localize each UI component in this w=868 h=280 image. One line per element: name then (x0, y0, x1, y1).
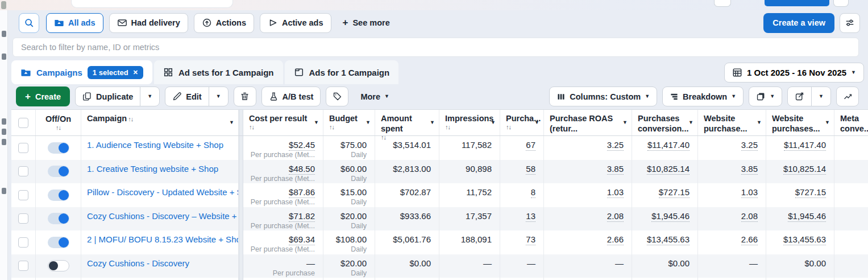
filter-pill-actions[interactable]: Actions (194, 13, 254, 33)
column-header-spent[interactable]: Amount spent↑↓▼ (375, 110, 439, 135)
column-header-webroas[interactable]: Website purchase...▼ (698, 110, 766, 135)
webval-value[interactable]: $10,825.14 (783, 164, 826, 175)
filter-pill-active-ads[interactable]: Active ads (260, 13, 331, 33)
column-header-purchases[interactable]: Purcha...↑↓▼ (500, 110, 544, 135)
tab-campaigns[interactable]: Campaigns 1 selected ✕ (11, 60, 152, 84)
duplicate-button[interactable]: Duplicate (76, 87, 140, 106)
reports-button[interactable]: ▼ (749, 87, 782, 106)
row-checkbox[interactable] (18, 213, 28, 224)
create-button[interactable]: + Create (16, 87, 70, 106)
campaign-toggle[interactable] (48, 213, 69, 224)
campaign-link[interactable]: 1. Creative Testing website + Shop (87, 164, 218, 174)
sort-icon[interactable]: ↑↓ (56, 124, 61, 132)
filter-caret-icon[interactable]: ▼ (430, 120, 435, 126)
tab-ads[interactable]: Ads for 1 Campaign (285, 60, 399, 84)
campaign-link[interactable]: Pillow - Discovery - Updated Website + S… (87, 187, 239, 197)
delete-button[interactable] (234, 87, 256, 106)
column-header-cost[interactable]: Cost per result↑↓▼ (243, 110, 323, 135)
column-header-campaign[interactable]: Campaign ↑↓▼ (81, 110, 239, 135)
filter-caret-icon[interactable]: ▼ (825, 120, 830, 126)
close-icon[interactable]: ✕ (133, 69, 138, 76)
more-button[interactable]: More ▼ (354, 87, 396, 106)
purchases-value[interactable]: 73 (526, 234, 535, 245)
search-filter-button[interactable] (19, 13, 39, 33)
webroas-value[interactable]: 2.66 (741, 234, 758, 245)
export-button[interactable] (788, 87, 811, 106)
date-range-button[interactable]: 1 Oct 2025 - 16 Nov 2025 ▼ (724, 63, 864, 83)
column-header-budget[interactable]: Budget↑↓▼ (323, 110, 375, 135)
purchases-value[interactable]: 13 (526, 211, 535, 222)
purchases-value[interactable]: 58 (526, 164, 535, 175)
campaign-toggle[interactable] (48, 260, 69, 271)
purchases-value[interactable]: 67 (526, 140, 535, 151)
filter-caret-icon[interactable]: ▼ (366, 120, 371, 126)
row-checkbox[interactable] (18, 261, 28, 271)
conv-value[interactable]: $13,455.63 (647, 234, 690, 245)
webval-value[interactable]: $13,455.63 (783, 234, 826, 245)
filter-caret-icon[interactable]: ▼ (229, 120, 234, 126)
ab-test-button[interactable]: A/B test (261, 87, 321, 106)
conv-value[interactable]: $1,945.46 (651, 211, 690, 222)
filter-pill-all-ads[interactable]: All ads (46, 13, 103, 33)
select-all-checkbox[interactable] (18, 118, 28, 128)
webval-value[interactable]: $1,945.46 (788, 211, 826, 222)
sort-icon[interactable]: ↑↓ (329, 123, 369, 131)
sort-icon[interactable]: ↑↓ (445, 123, 494, 131)
filter-caret-icon[interactable]: ▼ (622, 120, 628, 126)
webroas-value[interactable]: 1.03 (741, 187, 758, 198)
row-checkbox[interactable] (18, 143, 28, 153)
column-header-impressions[interactable]: Impressions↑↓▼ (439, 110, 500, 135)
campaign-link[interactable]: 2 | MOFU/ BOFU 8.15.23 Website + Shop (87, 234, 239, 244)
filter-caret-icon[interactable]: ▼ (688, 120, 693, 126)
column-header-conv[interactable]: Purchases conversion...▼ (632, 110, 698, 135)
webval-value[interactable]: $727.15 (795, 187, 826, 198)
column-header-meta[interactable]: Meta conve... (834, 110, 868, 135)
duplicate-menu-button[interactable]: ▼ (140, 87, 159, 106)
purchases-value[interactable]: 8 (531, 187, 535, 198)
campaign-link[interactable]: Cozy Cushions - Discovery (87, 258, 189, 268)
tag-button[interactable] (326, 87, 348, 106)
cost-value[interactable]: $71.82 (289, 211, 315, 222)
filter-caret-icon[interactable]: ▼ (534, 120, 539, 126)
charts-button[interactable] (836, 87, 859, 106)
search-input[interactable] (13, 38, 859, 57)
campaign-toggle[interactable] (48, 166, 69, 177)
filter-caret-icon[interactable]: ▼ (491, 120, 496, 126)
campaign-toggle[interactable] (48, 237, 69, 248)
roas-value[interactable]: 3.85 (607, 164, 624, 175)
column-header-roas[interactable]: Purchase ROAS (retur...▼ (544, 110, 632, 135)
breakdown-button[interactable]: Breakdown ▼ (662, 87, 744, 106)
tab-adsets[interactable]: Ad sets for 1 Campaign (154, 60, 283, 84)
webroas-value[interactable]: 3.85 (741, 164, 758, 175)
webval-value[interactable]: $11,417.40 (784, 140, 826, 151)
campaign-link[interactable]: Cozy Cushions - Discovery – Website + Sh… (87, 211, 239, 221)
filter-caret-icon[interactable]: ▼ (757, 120, 762, 126)
filter-caret-icon[interactable]: ▼ (314, 120, 319, 126)
column-header-offon[interactable]: Off/On↑↓ (36, 110, 81, 135)
sort-icon[interactable]: ↑↓ (506, 123, 538, 131)
campaign-link[interactable]: 1. Audience Testing Website + Shop (87, 140, 223, 150)
see-more-button[interactable]: + See more (343, 17, 390, 28)
row-checkbox[interactable] (18, 190, 28, 200)
view-settings-button[interactable] (840, 13, 860, 33)
edit-menu-button[interactable]: ▼ (209, 87, 228, 106)
sort-icon[interactable]: ↑↓ (127, 116, 133, 122)
create-view-button[interactable]: Create a view (763, 13, 834, 33)
sort-icon[interactable]: ↑↓ (381, 134, 433, 142)
conv-value[interactable]: $11,417.40 (647, 140, 690, 151)
sort-icon[interactable]: ↑↓ (249, 123, 317, 131)
cost-value[interactable]: $52.45 (289, 140, 315, 151)
roas-value[interactable]: 3.25 (607, 140, 624, 151)
cost-value[interactable]: $48.50 (289, 164, 315, 175)
row-checkbox[interactable] (18, 237, 28, 248)
cost-value[interactable]: $87.86 (289, 187, 315, 198)
roas-value[interactable]: 2.08 (607, 211, 624, 222)
cost-value[interactable]: $69.34 (289, 234, 315, 245)
filter-pill-had-delivery[interactable]: Had delivery (109, 13, 188, 33)
roas-value[interactable]: 2.66 (607, 234, 624, 245)
export-menu-button[interactable]: ▼ (811, 87, 830, 106)
conv-value[interactable]: $10,825.14 (647, 164, 690, 175)
row-checkbox[interactable] (18, 166, 28, 176)
campaign-toggle[interactable] (48, 190, 69, 201)
edit-button[interactable]: Edit (165, 87, 208, 106)
